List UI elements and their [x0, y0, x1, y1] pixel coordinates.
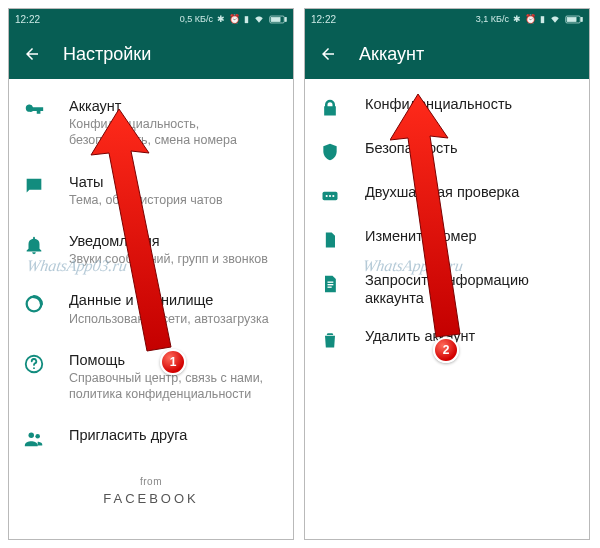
svg-point-5 — [33, 367, 35, 369]
status-net: 3,1 КБ/с — [476, 14, 509, 24]
item-title: Удалить аккаунт — [365, 327, 573, 345]
svg-rect-17 — [328, 284, 334, 285]
svg-point-7 — [35, 434, 40, 439]
svg-point-13 — [326, 195, 328, 197]
battery-icon — [565, 15, 583, 24]
account-item-privacy[interactable]: Конфиденциальность — [305, 85, 589, 129]
status-bar: 12:22 3,1 КБ/с ✱ ⏰ ▮ — [305, 9, 589, 29]
footer-from: from — [9, 476, 293, 487]
item-title: Пригласить друга — [69, 426, 277, 444]
item-subtitle: Тема, обои, история чатов — [69, 192, 277, 208]
bluetooth-icon: ✱ — [513, 14, 521, 24]
settings-item-data[interactable]: Данные и хранилище Использование сети, а… — [9, 279, 293, 338]
data-usage-icon — [23, 293, 45, 315]
account-item-change-number[interactable]: Изменить номер — [305, 217, 589, 261]
item-subtitle: Конфиденциальность, безопасность, смена … — [69, 116, 277, 149]
pin-icon — [319, 185, 341, 207]
settings-item-chats[interactable]: Чаты Тема, обои, история чатов — [9, 161, 293, 220]
svg-rect-10 — [581, 17, 582, 21]
wifi-icon — [549, 14, 561, 24]
page-title: Настройки — [63, 44, 151, 65]
account-item-security[interactable]: Безопасность — [305, 129, 589, 173]
item-subtitle: Звуки сообщений, групп и звонков — [69, 251, 277, 267]
settings-item-invite[interactable]: Пригласить друга — [9, 414, 293, 462]
item-title: Помощь — [69, 351, 277, 369]
shield-icon — [319, 141, 341, 163]
svg-point-6 — [29, 433, 35, 439]
item-title: Запросить информацию аккаунта — [365, 271, 573, 307]
signal-icon: ▮ — [540, 14, 545, 24]
account-item-delete[interactable]: Удалить аккаунт — [305, 317, 589, 361]
item-title: Аккаунт — [69, 97, 277, 115]
settings-list: Аккаунт Конфиденциальность, безопасность… — [9, 79, 293, 512]
svg-rect-18 — [328, 287, 332, 288]
item-title: Безопасность — [365, 139, 573, 157]
bluetooth-icon: ✱ — [217, 14, 225, 24]
item-subtitle: Справочный центр, связь с нами, политика… — [69, 370, 277, 403]
help-icon — [23, 353, 45, 375]
account-item-two-step[interactable]: Двухшаговая проверка — [305, 173, 589, 217]
footer-brand: FACEBOOK — [9, 491, 293, 506]
alarm-icon: ⏰ — [525, 14, 536, 24]
svg-rect-2 — [271, 17, 280, 21]
svg-rect-11 — [567, 17, 576, 21]
back-icon[interactable] — [23, 45, 41, 63]
app-bar: Аккаунт — [305, 29, 589, 79]
status-bar: 12:22 0,5 КБ/с ✱ ⏰ ▮ — [9, 9, 293, 29]
status-right: 3,1 КБ/с ✱ ⏰ ▮ — [476, 14, 583, 24]
phone-right: 12:22 3,1 КБ/с ✱ ⏰ ▮ Аккаунт Конфиденциа… — [304, 8, 590, 540]
item-title: Двухшаговая проверка — [365, 183, 573, 201]
people-icon — [23, 428, 45, 450]
battery-icon — [269, 15, 287, 24]
settings-item-account[interactable]: Аккаунт Конфиденциальность, безопасность… — [9, 85, 293, 161]
svg-point-15 — [332, 195, 334, 197]
alarm-icon: ⏰ — [229, 14, 240, 24]
svg-rect-1 — [285, 17, 286, 21]
document-icon — [319, 273, 341, 295]
app-bar: Настройки — [9, 29, 293, 79]
svg-point-14 — [329, 195, 331, 197]
account-item-request-info[interactable]: Запросить информацию аккаунта — [305, 261, 589, 317]
svg-rect-16 — [328, 282, 334, 283]
sim-icon — [319, 229, 341, 251]
lock-icon — [319, 97, 341, 119]
settings-item-notifications[interactable]: Уведомления Звуки сообщений, групп и зво… — [9, 220, 293, 279]
item-title: Уведомления — [69, 232, 277, 250]
item-title: Конфиденциальность — [365, 95, 573, 113]
chat-icon — [23, 175, 45, 197]
key-icon — [23, 99, 45, 121]
item-title: Изменить номер — [365, 227, 573, 245]
footer: from FACEBOOK — [9, 476, 293, 506]
item-subtitle: Использование сети, автозагрузка — [69, 311, 277, 327]
back-icon[interactable] — [319, 45, 337, 63]
account-list: Конфиденциальность Безопасность Двухшаго… — [305, 79, 589, 367]
trash-icon — [319, 329, 341, 351]
item-title: Чаты — [69, 173, 277, 191]
phone-left: 12:22 0,5 КБ/с ✱ ⏰ ▮ Настройки Аккаунт — [8, 8, 294, 540]
status-net: 0,5 КБ/с — [180, 14, 213, 24]
page-title: Аккаунт — [359, 44, 424, 65]
wifi-icon — [253, 14, 265, 24]
status-time: 12:22 — [311, 14, 336, 25]
item-title: Данные и хранилище — [69, 291, 277, 309]
settings-item-help[interactable]: Помощь Справочный центр, связь с нами, п… — [9, 339, 293, 415]
bell-icon — [23, 234, 45, 256]
signal-icon: ▮ — [244, 14, 249, 24]
status-time: 12:22 — [15, 14, 40, 25]
status-right: 0,5 КБ/с ✱ ⏰ ▮ — [180, 14, 287, 24]
